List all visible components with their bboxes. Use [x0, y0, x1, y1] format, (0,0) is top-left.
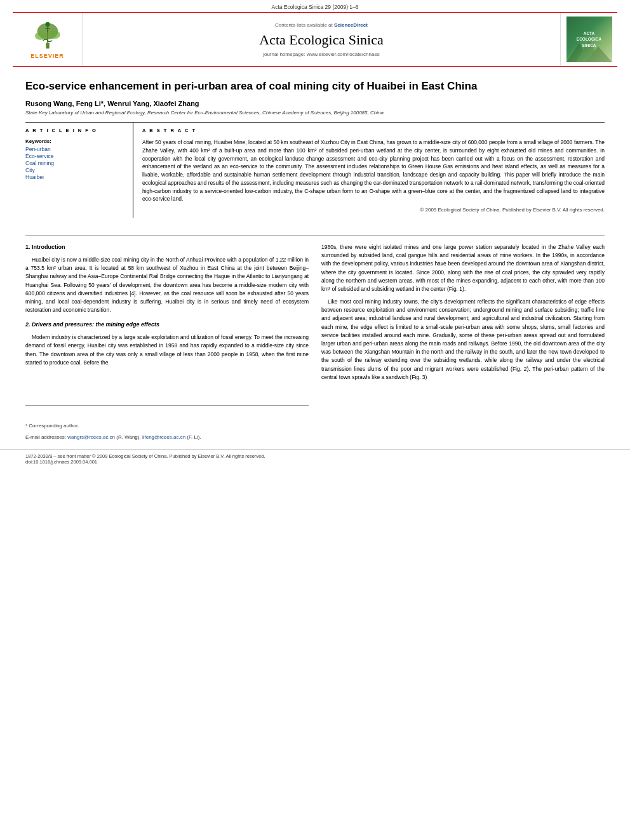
- keyword-eco-service[interactable]: Eco-service: [25, 153, 125, 159]
- svg-point-5: [45, 22, 50, 27]
- abstract-heading: A B S T R A C T: [142, 128, 605, 133]
- doi-line: doi:10.1016/j.chnaes.2009.04.001: [25, 459, 605, 465]
- top-citation-bar: Acta Ecologica Sinica 29 (2009) 1–6: [0, 0, 630, 12]
- authors-text: Rusong Wang, Feng Li*, Wenrui Yang, Xiao…: [25, 100, 199, 107]
- journal-header: ELSEVIER Contents lists available at Sci…: [13, 12, 617, 67]
- keyword-huaibei[interactable]: Huaibei: [25, 174, 125, 180]
- email-link1[interactable]: wangrs@rcees.ac.cn: [67, 434, 115, 440]
- col2-text1: 1980s, there were eight isolated mines a…: [321, 244, 605, 292]
- elsevier-logo-area: ELSEVIER: [13, 13, 83, 66]
- copyright-line: © 2009 Ecological Society of China. Publ…: [142, 207, 605, 213]
- affiliation: State Key Laboratory of Urban and Region…: [25, 110, 605, 116]
- section1-heading: 1. Introduction: [25, 243, 309, 252]
- section1-col2-para1: 1980s, there were eight isolated mines a…: [321, 243, 605, 293]
- svg-rect-0: [46, 43, 49, 48]
- journal-title: Acta Ecologica Sinica: [259, 32, 383, 48]
- journal-logo-text: ACTAECOLOGICASINICA: [577, 30, 601, 48]
- page: Acta Ecologica Sinica 29 (2009) 1–6: [0, 0, 630, 840]
- keyword-coal-mining[interactable]: Coal mining: [25, 160, 125, 166]
- email-text: E-mail addresses:: [25, 434, 67, 440]
- article-info-abstract-section: A R T I C L E I N F O Keywords: Peri-urb…: [25, 122, 605, 218]
- section-separator: [25, 235, 605, 236]
- elsevier-wordmark: ELSEVIER: [30, 53, 64, 59]
- svg-point-4: [48, 30, 60, 39]
- section1-para1: Huaibei city is now a middle-size coal m…: [25, 256, 309, 314]
- body-col-right: 1980s, there were eight isolated mines a…: [321, 243, 605, 442]
- journal-logo-area: ACTAECOLOGICASINICA: [560, 13, 617, 66]
- article-info-heading: A R T I C L E I N F O: [25, 128, 125, 133]
- journal-logo-box: ACTAECOLOGICASINICA: [566, 17, 612, 62]
- footnote-star: * Corresponding author.: [25, 422, 309, 430]
- journal-homepage: journal homepage: www.elsevier.com/locat…: [263, 51, 380, 57]
- keywords-label: Keywords:: [25, 138, 125, 144]
- bottom-bar: 1872-2032/$ – see front matter © 2009 Ec…: [0, 450, 630, 468]
- article-info: A R T I C L E I N F O Keywords: Peri-urb…: [25, 123, 133, 218]
- keyword-city[interactable]: City: [25, 167, 125, 173]
- section2-text: Modern industry is characterized by a la…: [25, 334, 309, 366]
- homepage-label: journal homepage: www.elsevier.com/locat…: [263, 51, 380, 57]
- elsevier-logo: ELSEVIER: [29, 20, 67, 59]
- sciencedirect-line: Contents lists available at ScienceDirec…: [275, 22, 368, 28]
- footnote-email: E-mail addresses: wangrs@rcees.ac.cn (R.…: [25, 434, 309, 441]
- keyword-peri-urban[interactable]: Peri-urban: [25, 146, 125, 152]
- section1-col2-para2: Like most coal mining industry towns, th…: [321, 298, 605, 382]
- citation-text: Acta Ecologica Sinica 29 (2009) 1–6: [271, 4, 358, 10]
- sciencedirect-link[interactable]: ScienceDirect: [334, 22, 368, 28]
- elsevier-tree-icon: [29, 20, 67, 51]
- journal-header-center: Contents lists available at ScienceDirec…: [83, 13, 560, 66]
- footnote-area: * Corresponding author. E-mail addresses…: [25, 405, 309, 442]
- body-columns: 1. Introduction Huaibei city is now a mi…: [0, 243, 630, 442]
- col2-text2: Like most coal mining industry towns, th…: [321, 298, 605, 380]
- body-col-left: 1. Introduction Huaibei city is now a mi…: [25, 243, 309, 442]
- svg-point-3: [35, 32, 46, 40]
- main-content: Eco-service enhancement in peri-urban ar…: [0, 67, 630, 227]
- email-author2: (F. Li).: [187, 434, 201, 440]
- article-title: Eco-service enhancement in peri-urban ar…: [25, 79, 605, 93]
- abstract-text: After 50 years of coal mining, Huaibei M…: [142, 138, 605, 203]
- section2-heading: 2. Drivers and pressures: the mining edg…: [25, 321, 309, 330]
- email-link2[interactable]: lifeng@rcees.ac.cn: [142, 434, 185, 440]
- email-author1: (R. Wang),: [116, 434, 142, 440]
- abstract-section: A B S T R A C T After 50 years of coal m…: [133, 123, 605, 218]
- section2-para1: Modern industry is characterized by a la…: [25, 333, 309, 367]
- issn-line: 1872-2032/$ – see front matter © 2009 Ec…: [25, 453, 605, 459]
- sciencedirect-label: Contents lists available at: [275, 22, 333, 28]
- authors-line: Rusong Wang, Feng Li*, Wenrui Yang, Xiao…: [25, 100, 605, 107]
